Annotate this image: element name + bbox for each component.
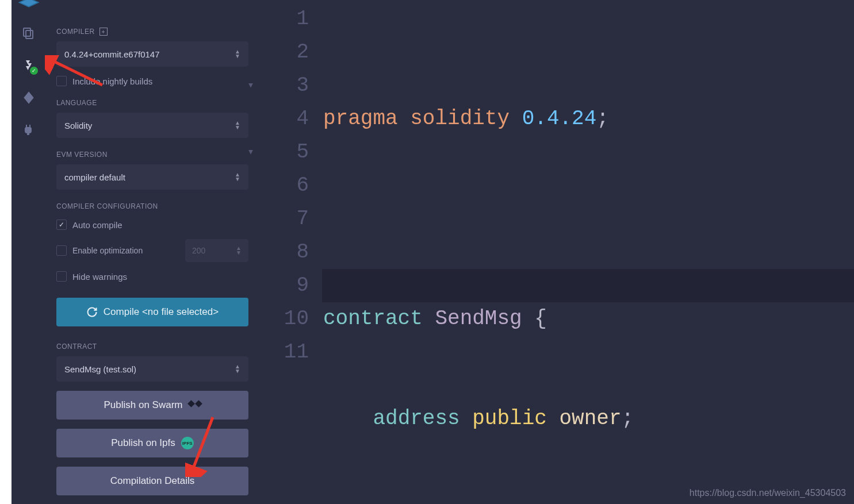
auto-compile-label: Auto compile <box>72 220 122 230</box>
language-select[interactable]: Solidity ▲▼ <box>56 113 248 138</box>
auto-compile-row: Auto compile <box>56 220 248 230</box>
plugin-manager-icon[interactable] <box>21 122 37 138</box>
compilation-details-button[interactable]: Compilation Details <box>56 467 248 495</box>
current-line-highlight <box>322 269 854 302</box>
activity-bar: ✓ <box>12 0 46 504</box>
compiler-version-select[interactable]: 0.4.24+commit.e67f0147 ▲▼ <box>56 41 248 67</box>
watermark-text: https://blog.csdn.net/weixin_45304503 <box>690 488 846 498</box>
optimization-row: Enable optimization 200 ▲▼ <box>56 239 248 262</box>
ipfs-icon: IPFS <box>181 437 194 449</box>
chevron-updown-icon: ▲▼ <box>236 246 242 255</box>
publish-swarm-button[interactable]: Publish on Swarm <box>56 391 248 420</box>
include-nightly-label: Include nightly builds <box>72 76 152 86</box>
language-label: LANGUAGE <box>56 99 248 107</box>
remix-logo-icon <box>17 0 40 9</box>
optimization-checkbox[interactable] <box>56 245 67 256</box>
solidity-compiler-icon[interactable]: ✓ <box>21 57 37 74</box>
fold-marker-icon[interactable]: ▾ <box>247 69 254 102</box>
compile-button[interactable]: Compile <no file selected> <box>56 298 248 326</box>
refresh-icon <box>86 306 98 318</box>
chevron-updown-icon: ▲▼ <box>235 172 240 182</box>
evm-version-select[interactable]: compiler default ▲▼ <box>56 164 248 190</box>
include-nightly-checkbox[interactable] <box>56 76 67 86</box>
hide-warnings-label: Hide warnings <box>72 272 127 282</box>
chevron-updown-icon: ▲▼ <box>235 121 240 130</box>
hide-warnings-row: Hide warnings <box>56 271 248 282</box>
svg-rect-1 <box>26 30 33 39</box>
compiler-panel: COMPILER + 0.4.24+commit.e67f0147 ▲▼ Inc… <box>46 0 259 504</box>
swarm-icon <box>189 400 201 410</box>
publish-ipfs-button[interactable]: Publish on Ipfs IPFS <box>56 429 248 457</box>
hide-warnings-checkbox[interactable] <box>56 271 67 282</box>
evm-version-label: EVM VERSION <box>56 151 248 159</box>
compiler-label: COMPILER + <box>56 28 248 36</box>
optimization-runs-input[interactable]: 200 ▲▼ <box>185 239 248 262</box>
chevron-updown-icon: ▲▼ <box>235 364 240 374</box>
fold-marker-icon[interactable]: ▾ <box>247 136 254 169</box>
code-content[interactable]: pragma solidity 0.4.24; contract SendMsg… <box>322 0 854 504</box>
compiler-config-label: COMPILER CONFIGURATION <box>56 202 248 210</box>
auto-compile-checkbox[interactable] <box>56 220 67 230</box>
optimization-label: Enable optimization <box>72 246 143 255</box>
include-nightly-row: Include nightly builds <box>56 76 248 86</box>
line-number-gutter: 1 2 ▾3 4 ▾5 6 7 8 9 10 11 <box>259 0 322 504</box>
add-compiler-icon[interactable]: + <box>99 28 108 36</box>
deploy-run-icon[interactable] <box>21 90 37 106</box>
chevron-updown-icon: ▲▼ <box>235 49 240 59</box>
compile-success-badge: ✓ <box>30 67 38 75</box>
contract-select[interactable]: SendMsg (test.sol) ▲▼ <box>56 356 248 382</box>
svg-rect-0 <box>24 28 30 36</box>
file-explorer-icon[interactable] <box>21 25 37 41</box>
contract-label: CONTRACT <box>56 343 248 351</box>
code-editor[interactable]: 1 2 ▾3 4 ▾5 6 7 8 9 10 11 pragma solidit… <box>259 0 854 504</box>
browser-left-strip <box>0 0 12 504</box>
